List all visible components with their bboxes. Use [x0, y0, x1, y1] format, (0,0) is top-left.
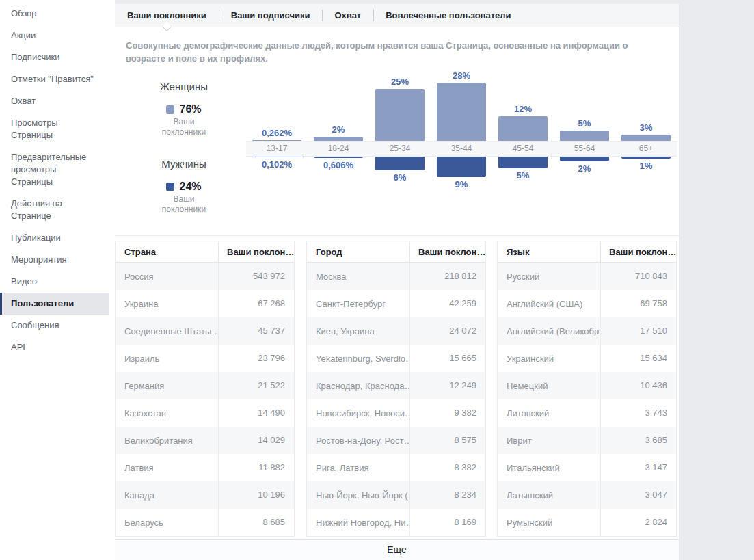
female-bar[interactable]: [560, 131, 609, 141]
table-cell-name: Нью-Йорк, Нью-Йорк (…: [307, 490, 409, 501]
table-cell-value: 3 047: [600, 481, 676, 509]
male-bar-value: 5%: [492, 170, 554, 181]
legend-group-men: Мужчины 24% Ваши поклонники: [139, 158, 228, 215]
table-cell-name: Украинский: [498, 354, 600, 364]
tab[interactable]: Охват: [322, 4, 373, 27]
sidebar-item[interactable]: Мероприятия: [0, 249, 115, 271]
table-row: Новосибирск, Новоси…9 382: [307, 399, 485, 427]
male-bar[interactable]: [621, 157, 671, 159]
table-row: Казахстан14 490: [116, 399, 294, 427]
female-bar[interactable]: [621, 135, 671, 141]
table-header-fans: Ваши поклон…: [218, 241, 294, 262]
sidebar-item[interactable]: Сообщения: [0, 315, 115, 336]
table-cell-name: Английский (США): [498, 299, 600, 309]
table-cell-name: Беларусь: [116, 518, 218, 528]
female-bar[interactable]: [252, 140, 301, 141]
male-bar[interactable]: [252, 157, 301, 157]
demographics-chart: 0,262%13-170,102%2%18-240,606%25%25-346%…: [246, 65, 677, 243]
sidebar-item-active[interactable]: Пользователи: [0, 293, 109, 315]
table-header-row: ГородВаши поклон…: [307, 241, 485, 263]
table-row: Нижний Новгород, Ни…8 169: [307, 509, 485, 536]
table-header-fans: Ваши поклон…: [409, 241, 485, 262]
age-label: 55-64: [554, 144, 615, 153]
age-label: 65+: [615, 144, 677, 153]
tab[interactable]: Вовлеченные пользователи: [373, 4, 523, 27]
table-cell-value: 69 758: [600, 290, 676, 317]
table-cell-value: 10 196: [218, 481, 294, 509]
sidebar-item[interactable]: Подписчики: [0, 46, 115, 68]
table-cell-name: Канада: [116, 490, 218, 501]
female-bar-value: 12%: [492, 104, 554, 114]
table-row: Великобритания14 029: [116, 427, 294, 454]
sidebar-item[interactable]: API: [0, 336, 115, 358]
main-panel: Ваши поклонникиВаши подписчикиОхватВовле…: [115, 0, 679, 560]
table-row: Беларусь8 685: [116, 509, 294, 536]
table-cell-value: 9 382: [409, 399, 485, 427]
male-bar[interactable]: [498, 157, 548, 168]
legend-sub-men: Ваши поклонники: [158, 194, 210, 215]
male-bar-value: 9%: [431, 179, 492, 189]
chart-column: 5%55-642%: [554, 65, 615, 243]
female-bar[interactable]: [498, 116, 548, 141]
table-cell-value: 8 685: [218, 509, 294, 536]
section-divider: [115, 235, 679, 236]
female-bar-value: 2%: [308, 124, 369, 135]
male-bar[interactable]: [375, 157, 425, 170]
table-header-name: Страна: [116, 247, 218, 257]
chart-column: 28%35-449%: [431, 65, 492, 243]
women-color-swatch-icon: [166, 105, 174, 114]
table-row: Украинский15 634: [498, 345, 676, 372]
age-label: 13-17: [246, 144, 308, 153]
legend-group-women: Женщины 76% Ваши поклонники: [139, 81, 228, 137]
male-bar[interactable]: [437, 157, 486, 177]
age-label: 45-54: [492, 144, 554, 153]
sidebar-item[interactable]: Предварительные просмотры Страницы: [0, 146, 115, 193]
table-cell-value: 2 824: [600, 509, 676, 536]
table-cell-value: 8 169: [409, 509, 485, 536]
table-row: Итальянский3 147: [498, 454, 676, 481]
table-row: Санкт-Петербург42 259: [307, 290, 485, 317]
demographics-tables: СтранаВаши поклон…Россия543 972Украина67…: [115, 241, 679, 535]
table-row: Израиль23 796: [116, 345, 294, 372]
table-cell-name: Киев, Украина: [307, 326, 409, 336]
sidebar-item[interactable]: Охват: [0, 90, 115, 112]
table-header-fans: Ваши поклон…: [600, 241, 676, 262]
chart-legend: Женщины 76% Ваши поклонники Мужчины 24% …: [139, 81, 228, 215]
male-bar-value: 1%: [615, 161, 677, 171]
tab[interactable]: Ваши поклонники: [115, 4, 219, 27]
table-row: Рига, Латвия8 382: [307, 454, 485, 481]
chart-column: 12%45-545%: [492, 65, 554, 243]
male-bar-value: 6%: [369, 172, 431, 183]
tab[interactable]: Ваши подписчики: [219, 4, 323, 27]
female-bar[interactable]: [437, 83, 486, 141]
table-row: Нью-Йорк, Нью-Йорк (…8 234: [307, 481, 485, 509]
table-cell-name: Москва: [307, 271, 409, 282]
table-cell-value: 17 510: [600, 317, 676, 345]
active-tab-caret-icon: [162, 22, 172, 31]
sidebar-item[interactable]: Публикации: [0, 227, 115, 249]
male-bar[interactable]: [560, 157, 609, 161]
sidebar-item[interactable]: Просмотры Страницы: [0, 112, 115, 146]
table-cell-value: 21 522: [218, 372, 294, 399]
sidebar-item[interactable]: Акции: [0, 25, 115, 46]
sidebar-item[interactable]: Обзор: [0, 3, 115, 25]
table-cell-value: 3 685: [600, 427, 676, 454]
table-cell-name: Ростов-на-Дону, Рост…: [307, 436, 409, 446]
table-cell-value: 15 665: [409, 345, 485, 372]
table-cell-value: 218 812: [409, 263, 485, 290]
sidebar-item[interactable]: Видео: [0, 271, 115, 293]
show-more-button[interactable]: Еще: [115, 539, 679, 560]
table-cell-name: Краснодар, Краснода…: [307, 381, 409, 391]
sidebar-item[interactable]: Действия на Странице: [0, 193, 115, 227]
table-cell-value: 8 575: [409, 427, 485, 454]
female-bar[interactable]: [375, 89, 425, 141]
female-bar[interactable]: [314, 137, 363, 141]
sidebar-item[interactable]: Отметки "Нравится": [0, 68, 115, 90]
table-cell-name: Казахстан: [116, 408, 218, 418]
table-cell-value: 24 072: [409, 317, 485, 345]
table-cell-value: 42 259: [409, 290, 485, 317]
legend-value-women: 76%: [139, 103, 228, 116]
male-bar[interactable]: [314, 157, 363, 158]
table-cell-value: 23 796: [218, 345, 294, 372]
tab-bar: Ваши поклонникиВаши подписчикиОхватВовле…: [115, 4, 679, 27]
